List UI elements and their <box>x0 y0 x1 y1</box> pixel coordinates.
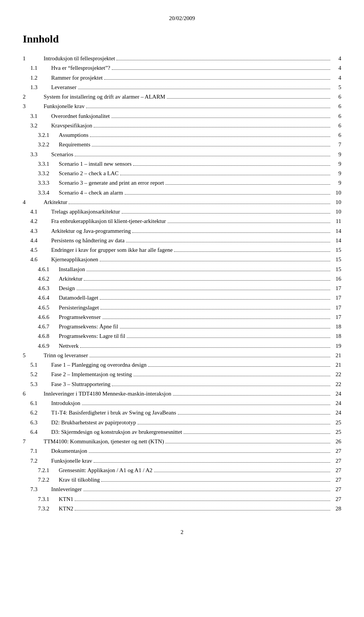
toc-entry: 5.2 Fase 2 – Implementasjon og testing 2… <box>23 370 341 379</box>
toc-dots <box>80 347 330 348</box>
toc-number: 4.1 <box>23 207 51 216</box>
toc-page: 18 <box>332 322 341 331</box>
toc-number: 4.3 <box>23 227 51 235</box>
toc-label: Assumptions <box>59 131 88 140</box>
toc-label: KTN1 <box>59 495 73 504</box>
toc-label: Nettverk <box>59 342 78 350</box>
toc-label: Dokumentasjon <box>51 447 87 455</box>
toc-dots <box>111 118 330 118</box>
toc-number: 7.3 <box>23 485 51 494</box>
toc-entry: 4 Arkitektur 10 <box>23 198 341 207</box>
toc-entry: 4.6.6 Programsekvenser 17 <box>23 313 341 322</box>
toc-dots <box>86 271 330 271</box>
toc-page: 6 <box>332 121 341 130</box>
toc-label: Trinn og leveranser <box>44 351 88 360</box>
toc-entry: 7.2 Funksjonelle krav 27 <box>23 457 341 465</box>
toc-entry: 3.2 Kravspesifikasjon 6 <box>23 121 341 130</box>
toc-page: 17 <box>332 313 341 322</box>
toc-page: 10 <box>332 207 341 216</box>
toc-page: 21 <box>332 351 341 360</box>
toc-dots <box>165 184 330 185</box>
toc-number: 4.6.7 <box>23 322 59 331</box>
toc-dots <box>133 165 330 166</box>
toc-number: 4.6.9 <box>23 342 59 350</box>
toc-page: 6 <box>332 93 341 101</box>
toc-dots <box>184 433 330 434</box>
toc-number: 3.2.2 <box>23 140 59 149</box>
toc-page: 6 <box>332 112 341 121</box>
toc-label: Arkitektur <box>59 275 82 283</box>
toc-label: Introduksjon til fellesprosjektet <box>44 54 115 63</box>
toc-container: 1 Introduksjon til fellesprosjektet 4 1.… <box>23 54 341 513</box>
toc-label: Rammer for prosjektet <box>51 74 103 82</box>
toc-number: 7.1 <box>23 447 51 455</box>
toc-entry: 7.2.1 Grensesnitt: Applikasjon / A1 og A… <box>23 466 341 475</box>
toc-entry: 7 TTM4100: Kommunikasjon, tjenester og n… <box>23 437 341 446</box>
toc-label: Leveranser <box>51 83 77 92</box>
toc-label: Hva er “fellesprosjektet”? <box>51 64 110 72</box>
toc-page: 9 <box>332 160 341 168</box>
toc-entry: 1.3 Leveranser 5 <box>23 83 341 92</box>
toc-number: 4.2 <box>23 217 51 226</box>
toc-label: Scenario 3 – generate and print an error… <box>59 179 164 187</box>
toc-dots <box>100 299 330 300</box>
toc-label: Fase 2 – Implementasjon og testing <box>51 370 132 379</box>
toc-dots <box>173 395 330 396</box>
toc-page: 7 <box>332 140 341 149</box>
toc-number: 3.3.1 <box>23 160 59 168</box>
toc-dots <box>148 366 330 367</box>
toc-label: Programsekvens: Lagre til fil <box>59 332 125 341</box>
toc-entry: 4.3 Arkitektur og Java-programmering 14 <box>23 227 341 235</box>
toc-dots <box>165 443 330 443</box>
toc-number: 1.2 <box>23 74 51 82</box>
toc-entry: 3.3.4 Scenario 4 – check an alarm 10 <box>23 188 341 197</box>
toc-page: 25 <box>332 418 341 427</box>
toc-entry: 6.3 D2: Brukbarhetstest av papirprototyp… <box>23 418 341 427</box>
toc-entry: 5.1 Fase 1 – Planlegging og overordna de… <box>23 361 341 369</box>
toc-number: 4.5 <box>23 246 51 254</box>
page-footer: 2 <box>23 529 341 535</box>
toc-dots <box>75 510 330 510</box>
toc-number: 5.3 <box>23 380 51 389</box>
toc-number: 4.6.4 <box>23 294 59 302</box>
toc-number: 6.1 <box>23 399 51 408</box>
toc-page: 22 <box>332 380 341 389</box>
toc-entry: 4.1 Trelags applikasjonsarkitektur 10 <box>23 207 341 216</box>
toc-entry: 5.3 Fase 3 – Sluttrapportering 22 <box>23 380 341 389</box>
toc-page: 21 <box>332 361 341 369</box>
toc-page: 15 <box>332 246 341 254</box>
toc-number: 5.1 <box>23 361 51 369</box>
toc-label: Kjerneapplikasjonen <box>51 255 98 264</box>
toc-dots <box>138 424 330 424</box>
toc-page: 4 <box>332 64 341 72</box>
toc-number: 4 <box>23 198 44 207</box>
toc-page: 9 <box>332 179 341 187</box>
toc-entry: 4.6.8 Programsekvens: Lagre til fil 18 <box>23 332 341 341</box>
toc-entry: 4.6.9 Nettverk 19 <box>23 342 341 350</box>
toc-dots <box>90 137 330 137</box>
toc-entry: 4.5 Endringer i krav for grupper som ikk… <box>23 246 341 254</box>
header-date: 20/02/2009 <box>169 15 195 21</box>
toc-number: 7.3.1 <box>23 495 59 504</box>
toc-page: 15 <box>332 255 341 264</box>
toc-number: 3.3 <box>23 150 51 159</box>
toc-dots <box>116 60 330 60</box>
toc-number: 6.4 <box>23 428 51 436</box>
toc-page: 9 <box>332 150 341 159</box>
toc-entry: 1 Introduksjon til fellesprosjektet 4 <box>23 54 341 63</box>
toc-label: System for installering og drift av alar… <box>44 93 165 101</box>
toc-dots <box>94 462 330 463</box>
toc-page: 24 <box>332 389 341 398</box>
toc-label: Persistens og håndtering av data <box>51 236 124 245</box>
toc-dots <box>127 338 330 338</box>
toc-page: 24 <box>332 408 341 417</box>
toc-dots <box>102 319 330 319</box>
toc-dots <box>83 491 330 491</box>
toc-label: Fase 3 – Sluttrapportering <box>51 380 110 389</box>
toc-page: 17 <box>332 294 341 302</box>
toc-entry: 4.6 Kjerneapplikasjonen 15 <box>23 255 341 264</box>
toc-number: 7 <box>23 437 44 446</box>
toc-dots <box>120 328 330 328</box>
toc-page: 18 <box>332 332 341 341</box>
toc-label: Fra enbrukerapplikasjon til klient-tjene… <box>51 217 166 226</box>
